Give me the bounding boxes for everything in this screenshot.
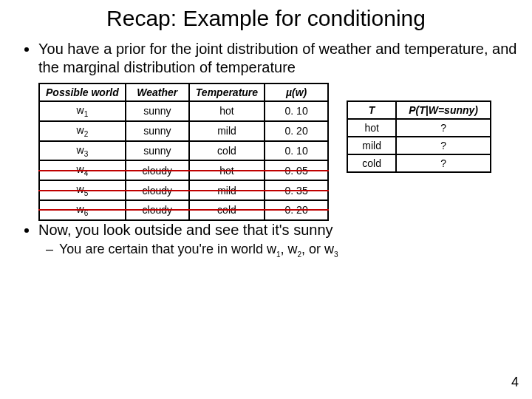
cell-world: w2 [39, 121, 126, 141]
cell-p: ? [396, 137, 491, 154]
table-row: hot ? [347, 119, 491, 137]
table-header-row: T P(T|W=sunny) [347, 101, 491, 119]
cell-weather: cloudy [126, 160, 189, 180]
cell-weather: sunny [126, 121, 189, 141]
cell-temp: cold [189, 141, 265, 161]
cell-temp: mild [189, 121, 265, 141]
col-temperature: Temperature [189, 83, 265, 101]
col-ptw: P(T|W=sunny) [396, 101, 491, 119]
slide: Recap: Example for conditioning You have… [0, 0, 532, 259]
cell-world: w6 [39, 200, 126, 220]
bullet-1: You have a prior for the joint distribut… [38, 40, 517, 77]
table-row: w5 cloudy mild 0. 35 [39, 180, 328, 200]
cell-mu: 0. 20 [265, 200, 328, 220]
bullet-2-text: Now, you look outside and see that it's … [38, 222, 333, 238]
cell-world: w5 [39, 180, 126, 200]
table-row: mild ? [347, 137, 491, 154]
cell-world: w1 [39, 101, 126, 121]
bullet-2: Now, you look outside and see that it's … [38, 221, 517, 259]
table-row: w1 sunny hot 0. 10 [39, 101, 328, 121]
tables-wrap: Possible world Weather Temperature µ(w) … [38, 83, 517, 221]
conditional-table: T P(T|W=sunny) hot ? mild ? cold ? [347, 100, 491, 173]
col-mu: µ(w) [265, 83, 328, 101]
cell-p: ? [396, 154, 491, 172]
slide-title: Recap: Example for conditioning [15, 6, 517, 31]
table-row: w3 sunny cold 0. 10 [39, 141, 328, 161]
cell-world: w3 [39, 141, 126, 161]
cell-weather: cloudy [126, 180, 189, 200]
sub-bullet: You are certain that you're in world w1,… [59, 241, 517, 259]
bullet-list: You have a prior for the joint distribut… [15, 40, 517, 77]
cell-t: cold [347, 154, 396, 172]
sub-bullet-list: You are certain that you're in world w1,… [38, 241, 517, 259]
cell-mu: 0. 35 [265, 180, 328, 200]
table-row: cold ? [347, 154, 491, 172]
table-row: w6 cloudy cold 0. 20 [39, 200, 328, 220]
col-possible-world: Possible world [39, 83, 126, 101]
cell-p: ? [396, 119, 491, 137]
bullet-list-2: Now, you look outside and see that it's … [15, 221, 517, 259]
cell-weather: sunny [126, 141, 189, 161]
table-row: w2 sunny mild 0. 20 [39, 121, 328, 141]
cell-mu: 0. 05 [265, 160, 328, 180]
sub-bullet-tail: , or w [301, 242, 334, 256]
cell-temp: mild [189, 180, 265, 200]
cell-temp: hot [189, 101, 265, 121]
cell-mu: 0. 10 [265, 141, 328, 161]
sub-bullet-text: You are certain that you're in world w [59, 242, 276, 256]
col-t: T [347, 101, 396, 119]
table-row: w4 cloudy hot 0. 05 [39, 160, 328, 180]
joint-table: Possible world Weather Temperature µ(w) … [38, 83, 329, 221]
cell-t: mild [347, 137, 396, 154]
cell-temp: hot [189, 160, 265, 180]
table-header-row: Possible world Weather Temperature µ(w) [39, 83, 328, 101]
cell-weather: sunny [126, 101, 189, 121]
cell-temp: cold [189, 200, 265, 220]
page-number: 4 [511, 375, 519, 390]
cell-mu: 0. 10 [265, 101, 328, 121]
cell-mu: 0. 20 [265, 121, 328, 141]
cell-weather: cloudy [126, 200, 189, 220]
cell-t: hot [347, 119, 396, 137]
cell-world: w4 [39, 160, 126, 180]
col-weather: Weather [126, 83, 189, 101]
